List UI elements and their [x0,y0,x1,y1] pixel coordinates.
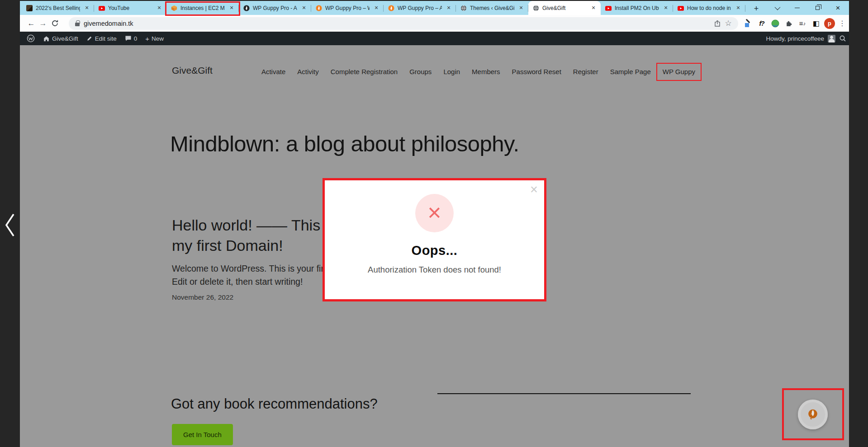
tab-title: WP Guppy Pro – A [398,5,442,11]
post-date: November 26, 2022 [172,293,233,301]
aws-ec2-favicon-icon [171,5,177,11]
tab-close-icon[interactable]: × [83,5,90,12]
back-button[interactable]: ← [25,18,37,29]
browser-toolbar: ← → givemedomain.tk ☆ f? ≡♪ ◧ p ⋮ [20,15,849,32]
nav-item-members[interactable]: Members [472,68,500,75]
tab-close-icon[interactable]: × [517,5,525,12]
nav-item-complete-registration[interactable]: Complete Registration [331,68,398,75]
tab-youtube[interactable]: YouTube × [94,1,166,15]
tab-title: Instances | EC2 Ma [180,5,225,11]
tab-close-icon[interactable]: × [156,5,163,12]
wp-admin-bar: Give&Gift Edit site 0 + New Howdy, princ… [20,32,849,45]
new-tab-button[interactable]: + [751,4,762,14]
tab-givegift-active[interactable]: Give&Gift × [528,1,601,15]
wp-logo-menu[interactable] [23,32,39,45]
plus-icon: + [145,35,149,42]
tab-wp-guppy-pro-a2[interactable]: WP Guppy Pro – A × [384,1,456,15]
modal-message: Authorization Token does not found! [325,265,544,275]
nav-item-activate[interactable]: Activate [261,68,285,75]
tab-close-icon[interactable]: × [373,5,380,12]
url-text[interactable]: givemedomain.tk [84,20,712,27]
darkreader-extension-icon[interactable]: ◧ [811,18,821,29]
browser-menu-icon[interactable]: ⋮ [839,19,846,28]
tab-2022s-best-selling[interactable]: 2022's Best Selling × [22,1,94,15]
admin-bar-edit-site[interactable]: Edit site [82,32,121,45]
tab-close-icon[interactable]: × [662,5,669,12]
playlist-extension-icon[interactable]: ≡♪ [797,18,808,29]
restore-button[interactable] [807,1,828,15]
close-window-button[interactable]: × [828,1,848,15]
nav-item-wp-guppy[interactable]: WP Guppy [663,68,695,75]
tab-close-icon[interactable]: × [228,5,235,12]
site-nav: Activate Activity Complete Registration … [261,68,695,75]
globe-favicon-icon [533,5,539,11]
tab-install-pm2[interactable]: Install PM2 On Ubu × [601,1,673,15]
tab-close-icon[interactable]: × [590,5,597,12]
tab-themes-givegift[interactable]: Themes ‹ Give&Gif × [456,1,528,15]
nav-item-login[interactable]: Login [443,68,460,75]
cta-heading: Got any book recommendations? [171,396,378,412]
page-heading: Mindblown: a blog about philosophy. [170,131,519,156]
guppy-orange-favicon-icon [388,5,394,11]
tab-wp-guppy-pro-a1[interactable]: WP Guppy Pro - A × [239,1,311,15]
nav-item-activity[interactable]: Activity [297,68,319,75]
search-icon[interactable] [839,35,846,42]
tab-how-to-node[interactable]: How to do node in × [673,1,745,15]
comment-bubble-icon [125,35,132,42]
admin-avatar[interactable] [828,35,835,42]
tab-strip: 2022's Best Selling × YouTube × Instance… [20,0,849,15]
previous-chevron-icon[interactable] [3,212,17,238]
fonts-extension-icon[interactable]: f? [756,18,767,29]
browser-window: 2022's Best Selling × YouTube × Instance… [20,0,849,447]
guppy-orange-favicon-icon [316,5,322,11]
guppy-fish-icon [806,408,820,421]
admin-bar-new[interactable]: + New [141,32,168,45]
share-icon[interactable] [712,18,723,29]
error-circle: × [415,194,454,232]
tab-close-icon[interactable]: × [735,5,742,12]
minimize-icon [795,8,800,8]
admin-bar-comments[interactable]: 0 [121,32,142,45]
admin-site-name: Give&Gift [52,35,78,42]
book-favicon-icon [26,5,33,11]
guppy-chat-button[interactable] [798,400,828,429]
wordpress-logo-icon [27,34,35,42]
right-black-strip [849,0,868,447]
site-title[interactable]: Give&Gift [172,65,213,76]
chevron-down-icon [775,5,781,10]
excerpt-line2: Edit or delete it, then start writing! [172,275,347,288]
reload-button[interactable] [49,18,61,29]
extensions-row: f? ≡♪ ◧ p ⋮ [743,15,846,32]
post-title[interactable]: Hello world! —— This i my first Domain! [172,215,328,256]
nav-item-password-reset[interactable]: Password Reset [512,68,561,75]
get-in-touch-button[interactable]: Get In Touch [172,424,233,445]
error-x-icon: × [427,201,441,224]
tab-ec2-instances[interactable]: Instances | EC2 Ma × [166,1,239,15]
youtube-favicon-icon [99,5,105,11]
excerpt-line1: Welcome to WordPress. This is your first… [172,262,347,275]
bookmark-star-icon[interactable]: ☆ [723,18,734,29]
post-title-line2: my first Domain! [172,235,328,256]
tab-close-icon[interactable]: × [300,5,308,12]
admin-bar-site-link[interactable]: Give&Gift [39,32,82,45]
profile-avatar[interactable]: p [824,18,835,29]
tab-wp-guppy-pro-w[interactable]: WP Guppy Pro – W × [311,1,384,15]
colorpicker-extension-icon[interactable] [743,18,754,29]
idm-extension-icon[interactable] [770,18,781,29]
extensions-puzzle-icon[interactable] [783,18,794,29]
minimize-button[interactable] [787,1,807,15]
close-icon: × [836,4,840,13]
nav-item-groups[interactable]: Groups [409,68,432,75]
tab-close-icon[interactable]: × [445,5,452,12]
address-bar[interactable]: givemedomain.tk ☆ [69,17,738,30]
youtube-favicon-icon [678,5,684,11]
forward-button[interactable]: → [37,18,49,29]
error-modal: × × Oops... Authorization Token does not… [323,178,546,301]
nav-item-register[interactable]: Register [573,68,598,75]
lock-icon [75,23,80,26]
tab-title: Themes ‹ Give&Gif [470,5,514,11]
nav-item-sample-page[interactable]: Sample Page [610,68,651,75]
tab-search-button[interactable] [767,1,787,15]
modal-close-icon[interactable]: × [530,183,538,196]
howdy-text[interactable]: Howdy, princecoffeee [766,35,824,42]
